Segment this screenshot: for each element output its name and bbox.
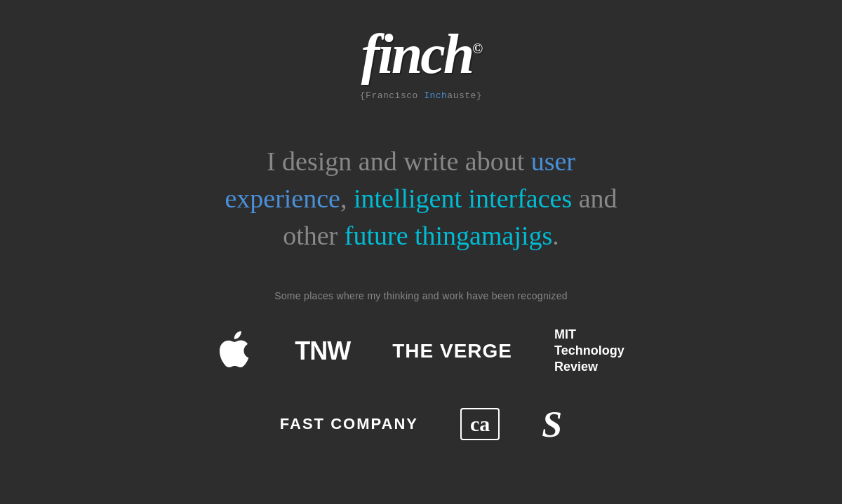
tagline-ai: intelligent interfaces [354, 184, 572, 213]
logo-copyright: © [472, 41, 481, 56]
header: finch© {Francisco Inchauste} [360, 22, 482, 101]
logo-subtitle-highlight: Inch [424, 90, 447, 101]
verge-logo: THE VERGE [392, 340, 512, 362]
tagline: I design and write about userexperience,… [225, 143, 617, 255]
smashing-logo: S [542, 404, 562, 445]
ca-logo-text: ca [470, 412, 490, 436]
ca-logo: ca [460, 408, 500, 440]
logo: finch© [361, 22, 481, 86]
tagline-comma: , [340, 184, 354, 213]
logos-row-1: TNW THE VERGE MITTechnologyReview [218, 327, 624, 376]
recognition-label: Some places where my thinking and work h… [274, 290, 568, 301]
recognition-section: Some places where my thinking and work h… [0, 290, 842, 445]
logos-row-2: FAST COMPANY ca S [280, 404, 562, 445]
tagline-period: . [552, 221, 559, 250]
apple-logo [218, 329, 253, 374]
fastcompany-logo: FAST COMPANY [280, 415, 418, 433]
mit-logo: MITTechnologyReview [554, 327, 624, 376]
tnw-logo: TNW [295, 336, 350, 366]
logo-text: finch© [361, 23, 481, 85]
logo-subtitle: {Francisco Inchauste} [360, 90, 482, 101]
tagline-part1: I design and write about [267, 147, 531, 176]
tagline-future: future thingamajigs [345, 221, 553, 250]
